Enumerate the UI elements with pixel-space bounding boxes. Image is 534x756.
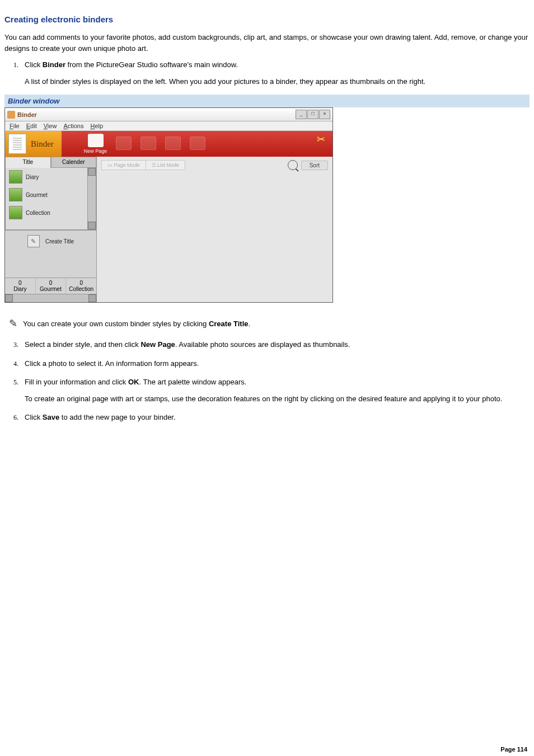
tab-title[interactable]: Title [5,157,51,168]
toolbar-button-2[interactable] [116,137,132,151]
page-mode-tab[interactable]: ▭ Page Mode [101,160,146,170]
menu-file[interactable]: File [10,123,20,129]
pencil-icon: ✎ [9,316,17,331]
style-thumb-icon [9,206,22,219]
step-4-text-a: Fill in your information and click [25,378,128,386]
step-2: Select a binder style, and then click Ne… [20,339,530,350]
menu-help[interactable]: Help [90,123,103,129]
new-page-button[interactable]: New Page [84,134,107,154]
step-5-text-c: to add the new page to your binder. [59,413,175,421]
count-gourmet-val: 0 [36,280,66,286]
close-button[interactable]: × [319,110,330,119]
count-collection-name: Collection [66,286,96,292]
step-2-text-c: . Available photo sources are displayed … [175,340,350,349]
step-2-text-a: Select a binder style, and then click [25,340,140,349]
style-list: Diary Gourmet Collection [5,168,96,230]
tip-bold: Create Title [209,320,249,328]
binder-icon [8,134,26,154]
list-mode-tab[interactable]: ☰ List Mode [146,160,186,170]
new-page-icon [88,134,104,147]
toolbar-icon-2 [116,137,132,150]
tab-calender[interactable]: Calender [51,157,97,168]
toolbar-icon-3 [140,137,156,150]
step-1-bold: Binder [43,60,65,69]
scissors-icon[interactable]: ✂ [317,133,329,145]
count-diary: 0 Diary [5,278,36,294]
style-list-scrollbar[interactable] [87,168,96,229]
count-gourmet: 0 Gourmet [36,278,67,294]
style-thumb-icon [9,170,22,184]
left-panel: Title Calender Diary Gourmet Collection [5,157,97,302]
style-label-collection: Collection [26,210,50,216]
content-panel: ▭ Page Mode ☰ List Mode Sort [97,157,332,302]
toolbar-button-5[interactable] [190,137,205,151]
tip-row: ✎ You can create your own custom binder … [9,316,530,331]
sort-button[interactable]: Sort [301,161,328,170]
style-thumb-icon [9,188,22,201]
zoom-icon[interactable] [288,160,298,170]
toolbar-icon-5 [190,137,205,150]
counts-row: 0 Diary 0 Gourmet 0 Collection [5,278,96,294]
style-item-collection[interactable]: Collection [6,204,87,222]
step-2-bold: New Page [140,340,175,349]
step-4-extra: To create an original page with art or s… [25,393,530,405]
create-title-label: Create Title [45,238,74,245]
minimize-button[interactable]: _ [296,110,307,119]
style-label-diary: Diary [26,174,39,180]
step-3: Click a photo to select it. An informati… [20,358,530,369]
toolbar-icon-4 [165,137,181,150]
menu-actions[interactable]: Actions [63,123,83,129]
figure-caption: Binder window [4,95,530,107]
toolbar-brand-label: Binder [31,139,54,149]
count-gourmet-name: Gourmet [36,286,66,292]
page-heading: Creating electronic binders [4,15,530,24]
step-1-text-a: Click [25,60,43,69]
left-panel-scrollbar[interactable] [5,294,96,302]
toolbar-button-3[interactable] [140,137,156,151]
title-bar: Binder _ □ × [5,108,332,121]
intro-paragraph: You can add comments to your favorite ph… [4,32,530,54]
step-5-text-a: Click [25,413,43,421]
step-5-bold: Save [43,413,59,421]
count-collection-val: 0 [66,280,96,286]
list-mode-label: List Mode [157,162,179,168]
step-1: Click Binder from the PictureGear Studio… [20,59,530,87]
step-1-text-c: from the PictureGear Studio software's m… [65,60,238,69]
step-5: Click Save to add the new page to your b… [20,412,530,423]
toolbar-brand-block: Binder [5,131,62,157]
toolbar-button-4[interactable] [165,137,181,151]
step-4-text-c: . The art palette window appears. [139,378,246,386]
step-1-extra: A list of binder styles is displayed on … [25,76,530,87]
page-mode-label: Page Mode [114,162,140,168]
menu-edit[interactable]: Edit [26,123,37,129]
menu-view[interactable]: View [44,123,57,129]
maximize-button[interactable]: □ [307,110,318,119]
create-title-icon: ✎ [27,235,40,247]
window-title: Binder [17,111,37,118]
step-4: Fill in your information and click OK. T… [20,377,530,404]
app-icon [7,111,15,119]
toolbar: Binder New Page ✂ [5,131,332,157]
style-label-gourmet: Gourmet [26,192,48,198]
new-page-label: New Page [84,148,107,154]
count-diary-val: 0 [5,280,35,286]
style-item-gourmet[interactable]: Gourmet [6,186,87,204]
binder-window: Binder _ □ × File Edit View Actions Help… [4,107,333,303]
style-item-diary[interactable]: Diary [6,168,87,186]
create-title-button[interactable]: ✎ Create Title [5,230,96,252]
step-4-bold: OK [128,378,139,386]
menu-bar: File Edit View Actions Help [5,121,332,131]
tip-text-a: You can create your own custom binder st… [23,320,209,328]
count-collection: 0 Collection [66,278,96,294]
tip-text-c: . [248,320,250,328]
count-diary-name: Diary [5,286,35,292]
